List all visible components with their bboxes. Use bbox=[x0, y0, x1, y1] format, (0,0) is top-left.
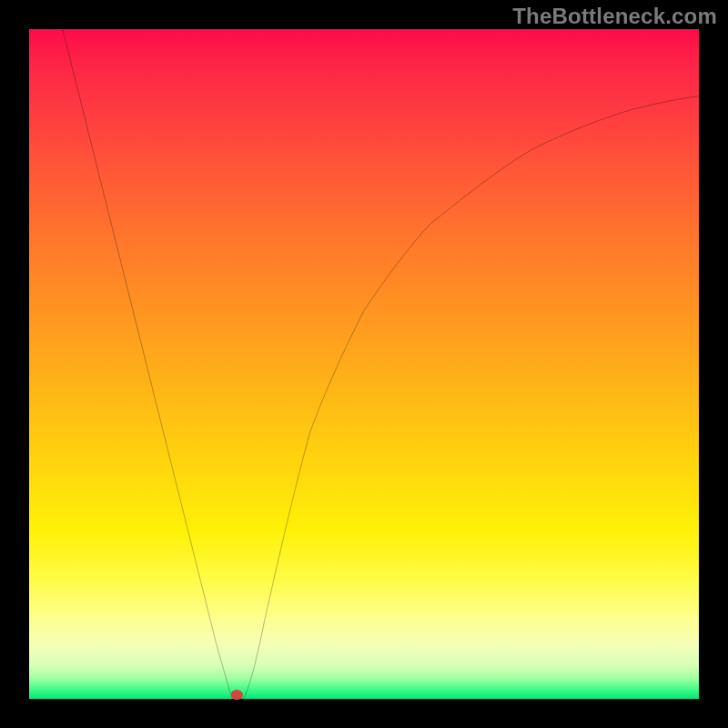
optimal-point-marker bbox=[231, 690, 243, 700]
curve-layer bbox=[29, 29, 699, 699]
plot-area bbox=[29, 29, 699, 699]
curve-right-branch bbox=[237, 96, 699, 699]
chart-frame: TheBottleneck.com bbox=[0, 0, 728, 728]
watermark-text: TheBottleneck.com bbox=[512, 4, 717, 29]
curve-left-branch bbox=[63, 29, 237, 699]
